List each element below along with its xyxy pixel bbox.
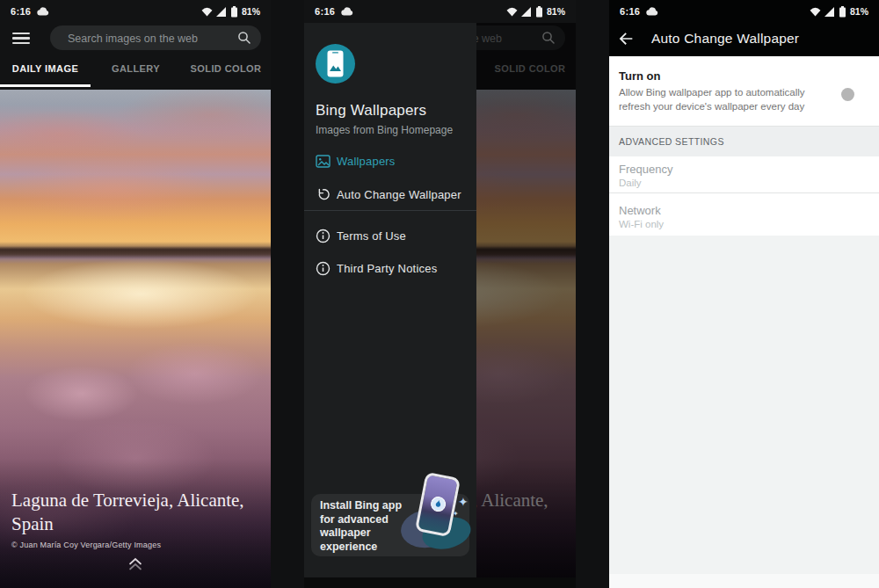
cloud-icon [37,7,49,16]
drawer-screen-panel: SOLID COLOR Laguna de Torrevieja, Alican… [304,0,576,588]
battery-icon [839,6,846,18]
frequency-value: Daily [619,178,642,188]
status-bar: 6:16 81% [609,0,879,23]
turn-on-row[interactable]: Turn on Allow Bing wallpaper app to auto… [609,56,879,126]
battery-icon [230,6,238,18]
cell-signal-icon [825,7,835,17]
drawer-item-terms-of-use[interactable]: Terms of Use [304,227,476,246]
photo-title: Laguna de Torrevieja, Alicante, Spain [11,489,265,536]
tab-solid-color[interactable]: SOLID COLOR [181,55,271,87]
tab-gallery-label: GALLERY [112,63,160,74]
cell-signal-icon [216,7,227,17]
frequency-row[interactable]: Frequency Daily [609,156,879,192]
install-bing-app-card[interactable]: Install Bing app for advanced wallpaper … [311,494,469,556]
cell-signal-icon [521,7,532,17]
wifi-icon [506,7,518,17]
tab-bar: DAILY IMAGE GALLERY SOLID COLOR [0,55,271,90]
turn-on-description: Allow Bing wallpaper app to automaticall… [619,86,839,113]
settings-panel: 6:16 81% Auto Change Wallpaper Turn on A… [609,0,879,588]
search-bar[interactable] [50,25,261,50]
turn-on-toggle[interactable] [841,88,854,101]
battery-percent: 81% [547,6,565,17]
status-bar: 6:16 81% [304,0,576,23]
drawer-item-wallpapers[interactable]: Wallpapers [304,152,476,171]
drawer-app-title: Bing Wallpapers [316,102,426,120]
advanced-settings-header: ADVANCED SETTINGS [609,127,879,156]
photo-credit: © Juan María Coy Vergara/Getty Images [11,541,161,549]
back-arrow-icon[interactable] [616,29,639,52]
network-value: Wi-Fi only [619,219,664,229]
drawer-item-label: Auto Change Wallpaper [337,188,461,201]
cloud-icon [646,7,658,16]
drawer-item-third-party-notices[interactable]: Third Party Notices [304,259,476,279]
tab-daily-image-label: DAILY IMAGE [12,63,78,74]
search-icon[interactable] [237,31,251,45]
gesture-nav-bar [304,577,576,588]
phone-wallpaper-icon [327,50,344,77]
drawer-item-label: Wallpapers [337,155,396,168]
wifi-icon [201,7,213,17]
status-bar: 6:16 81% [0,0,271,23]
sparkle-icon: ✦ [458,495,469,509]
sparkle-icon: ✦ [453,510,459,518]
drawer-item-auto-change-wallpaper[interactable]: Auto Change Wallpaper [304,185,476,205]
navigation-drawer: Bing Wallpapers Images from Bing Homepag… [304,23,476,588]
frequency-label: Frequency [619,163,672,176]
tab-solid-color-label: SOLID COLOR [191,63,262,74]
settings-footer-area [609,574,879,588]
network-label: Network [619,204,661,217]
battery-icon [535,6,543,18]
battery-percent: 81% [850,6,868,17]
drawer-item-label: Terms of Use [337,229,406,243]
tab-gallery[interactable]: GALLERY [91,55,181,87]
app-bar: Auto Change Wallpaper [609,23,879,56]
battery-percent: 81% [242,6,260,17]
drawer-item-label: Third Party Notices [337,262,437,275]
turn-on-label: Turn on [619,69,660,83]
drawer-app-subtitle: Images from Bing Homepage [316,124,453,136]
bing-logo-badge [430,496,447,513]
refresh-icon [316,187,331,202]
status-time: 6:16 [315,6,335,17]
hamburger-menu-icon[interactable] [12,33,30,44]
info-icon [316,229,331,243]
expand-chevron-up-icon[interactable] [128,557,142,568]
home-screen-panel: 6:16 81% DAILY IMAGE GALLERY SOLID COLOR… [0,0,271,588]
active-tab-underline [0,84,91,87]
status-time: 6:16 [620,6,640,17]
section-header-label: ADVANCED SETTINGS [619,136,724,147]
app-logo [316,44,355,83]
search-input[interactable] [66,25,232,52]
tab-daily-image[interactable]: DAILY IMAGE [0,55,91,87]
drawer-divider [304,210,476,211]
image-icon [316,154,331,169]
network-row[interactable]: Network Wi-Fi only [609,193,879,236]
info-icon [316,261,331,276]
settings-empty-area [609,236,879,588]
wifi-icon [810,7,821,17]
cloud-icon [341,7,353,16]
install-promo-text: Install Bing app for advanced wallpaper … [320,499,413,554]
page-title: Auto Change Wallpaper [651,31,799,47]
status-time: 6:16 [11,6,31,17]
